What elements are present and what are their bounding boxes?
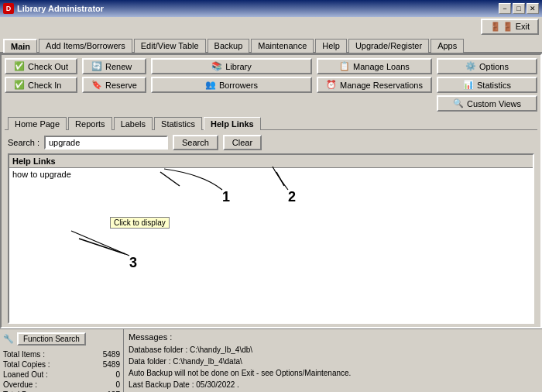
window-title: Library Administrator	[17, 4, 104, 13]
svg-line-5	[79, 239, 125, 254]
help-links-header: Help Links	[9, 155, 533, 168]
function-search-button[interactable]: Function Search	[17, 332, 86, 346]
message-2: Auto Backup will not be done on Exit - s…	[129, 367, 537, 379]
options-icon: ⚙️	[465, 61, 476, 71]
tab-upgrade[interactable]: Upgrade/Register	[348, 39, 429, 53]
statistics-icon: 📊	[463, 80, 474, 90]
borrowers-button[interactable]: 👥 Borrowers	[151, 77, 312, 93]
tab-main[interactable]: Main	[3, 39, 37, 53]
borrowers-icon: 👥	[205, 80, 216, 90]
stat-overdue-label: Overdue :	[3, 380, 37, 389]
reserve-icon: 🔖	[91, 80, 102, 90]
stat-total-items-value: 5489	[103, 350, 120, 359]
stat-total-copies-label: Total Copies :	[3, 360, 50, 369]
custom-views-icon: 🔍	[453, 98, 464, 108]
app-icon: D	[3, 3, 14, 14]
manage-loans-button[interactable]: 📋 Manage Loans	[317, 58, 432, 74]
message-0: Database folder : C:\handy_lb_4\db\	[129, 344, 537, 356]
action-far-right: ⚙️ Options 📊 Statistics 🔍 Custom Views	[437, 58, 537, 112]
stat-total-copies: Total Copies : 5489	[3, 360, 120, 369]
sub-tab-statistics[interactable]: Statistics	[154, 117, 202, 130]
title-bar: D Library Administrator − □ ✕	[0, 0, 542, 17]
exit-icon: 🚪	[490, 22, 501, 32]
tab-add-items[interactable]: Add Items/Borrowers	[39, 39, 132, 53]
status-bar: 🔧 Function Search Total Items : 5489 Tot…	[0, 328, 542, 392]
help-link-item[interactable]: how to upgrade	[9, 168, 533, 181]
tab-help[interactable]: Help	[315, 39, 347, 53]
statistics-button[interactable]: 📊 Statistics	[437, 77, 537, 93]
help-links-area: Help Links how to upgrade Click to displ…	[8, 153, 534, 324]
status-right: Messages : Database folder : C:\handy_lb…	[124, 329, 542, 392]
tab-maintenance[interactable]: Maintenance	[251, 39, 314, 53]
maximize-button[interactable]: □	[513, 3, 525, 14]
sub-tab-reports[interactable]: Reports	[68, 117, 112, 130]
messages-content: Database folder : C:\handy_lb_4\db\ Data…	[129, 344, 537, 390]
checkout-icon: ✅	[14, 61, 25, 71]
manage-reservations-button[interactable]: ⏰ Manage Reservations	[317, 77, 432, 93]
exit-label: 🚪 Exit	[503, 22, 530, 32]
stat-total-items: Total Items : 5489	[3, 350, 120, 359]
library-icon: 📚	[211, 61, 222, 71]
library-button[interactable]: 📚 Library	[151, 58, 312, 74]
sub-tab-home[interactable]: Home Page	[8, 117, 67, 130]
search-label: Search :	[8, 138, 39, 147]
manage-reservations-icon: ⏰	[326, 80, 337, 90]
message-1: Data folder : C:\handy_lb_4\data\	[129, 356, 537, 367]
tab-apps[interactable]: Apps	[431, 39, 464, 53]
stat-loaned-out: Loaned Out : 0	[3, 370, 120, 379]
checkin-button[interactable]: ✅ Check In	[5, 77, 77, 93]
action-center: 📚 Library 👥 Borrowers	[151, 58, 312, 112]
stat-overdue: Overdue : 0	[3, 380, 120, 389]
func-icon: 🔧	[3, 334, 14, 344]
options-button[interactable]: ⚙️ Options	[437, 58, 537, 74]
action-second: 🔄 Renew 🔖 Reserve	[82, 58, 146, 112]
manage-loans-icon: 📋	[339, 61, 350, 71]
custom-views-button[interactable]: 🔍 Custom Views	[437, 95, 537, 112]
sub-tab-bar: Home Page Reports Labels Statistics Help…	[5, 115, 537, 130]
sub-tab-help-links[interactable]: Help Links	[204, 117, 261, 130]
main-panel: ✅ Check Out ✅ Check In 🔄 Renew 🔖 Reserve…	[0, 53, 542, 328]
stat-loaned-out-value: 0	[115, 370, 120, 379]
renew-icon: 🔄	[91, 61, 102, 71]
main-tab-bar: Main Add Items/Borrowers Edit/View Table…	[0, 36, 542, 53]
checkout-button[interactable]: ✅ Check Out	[5, 58, 77, 74]
sub-tab-labels[interactable]: Labels	[114, 117, 153, 130]
reserve-button[interactable]: 🔖 Reserve	[82, 77, 146, 93]
window-controls: − □ ✕	[499, 3, 539, 14]
tab-edit-view[interactable]: Edit/View Table	[134, 39, 206, 53]
close-button[interactable]: ✕	[527, 3, 539, 14]
action-area: ✅ Check Out ✅ Check In 🔄 Renew 🔖 Reserve…	[5, 58, 537, 112]
status-left: 🔧 Function Search Total Items : 5489 Tot…	[0, 329, 124, 392]
search-button[interactable]: Search	[173, 135, 218, 150]
message-3: Last Backup Date : 05/30/2022 .	[129, 379, 537, 390]
svg-text:2: 2	[288, 189, 296, 205]
exit-bar: 🚪 🚪 Exit	[0, 17, 542, 36]
svg-text:3: 3	[129, 255, 137, 270]
checkin-icon: ✅	[14, 80, 25, 90]
renew-button[interactable]: 🔄 Renew	[82, 58, 146, 74]
click-to-display-tooltip: Click to display	[110, 217, 170, 229]
stat-overdue-value: 0	[115, 380, 120, 389]
minimize-button[interactable]: −	[499, 3, 511, 14]
clear-button[interactable]: Clear	[223, 135, 262, 150]
stat-loaned-out-label: Loaned Out :	[3, 370, 48, 379]
stat-total-copies-value: 5489	[103, 360, 120, 369]
func-search-area: 🔧 Function Search	[3, 332, 120, 346]
svg-text:1: 1	[222, 189, 230, 205]
action-right: 📋 Manage Loans ⏰ Manage Reservations	[317, 58, 432, 112]
messages-label: Messages :	[129, 332, 537, 342]
tab-backup[interactable]: Backup	[208, 39, 250, 53]
exit-button[interactable]: 🚪 🚪 Exit	[481, 19, 539, 35]
title-bar-left: D Library Administrator	[3, 3, 104, 14]
search-input[interactable]	[44, 136, 168, 150]
search-row: Search : Search Clear	[5, 132, 537, 153]
stat-total-items-label: Total Items :	[3, 350, 45, 359]
action-left: ✅ Check Out ✅ Check In	[5, 58, 77, 112]
